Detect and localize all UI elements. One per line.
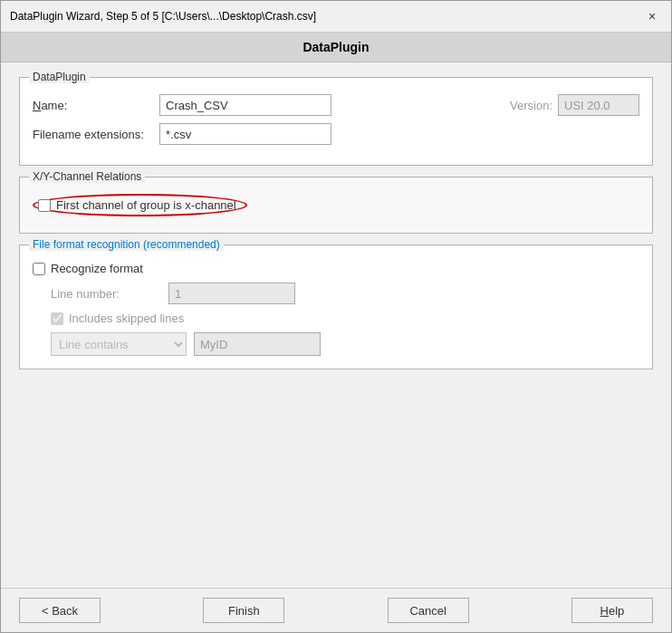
- filename-input[interactable]: [159, 123, 331, 145]
- version-label: Version:: [510, 99, 552, 112]
- header-title: DataPlugin: [302, 40, 369, 54]
- oval-highlight: First channel of group is x-channel: [33, 194, 247, 216]
- recognize-format-checkbox[interactable]: [33, 263, 45, 275]
- line-number-input: [168, 283, 295, 304]
- help-label: Help: [600, 604, 625, 618]
- includes-skipped-row: Includes skipped lines: [51, 312, 639, 325]
- includes-skipped-checkbox: [51, 312, 63, 325]
- first-channel-label: First channel of group is x-channel: [56, 198, 236, 212]
- filename-label: Filename extensions:: [33, 128, 159, 141]
- dataplugin-section-label: DataPlugin: [29, 71, 90, 83]
- filename-row: Filename extensions:: [33, 123, 639, 145]
- content-area: DataPlugin Name: Version: Filename exten…: [1, 62, 671, 588]
- file-format-section: File format recognition (recommended) Re…: [19, 245, 653, 369]
- sub-fields: Line number:: [51, 283, 639, 304]
- help-button[interactable]: Help: [571, 598, 653, 623]
- name-label: Name:: [33, 99, 159, 112]
- recognize-format-label: Recognize format: [51, 262, 143, 275]
- footer: < Back Finish Cancel Help: [1, 588, 671, 632]
- xy-section-label: X/Y-Channel Relations: [29, 170, 145, 183]
- name-input[interactable]: [159, 94, 331, 116]
- line-number-row: Line number:: [51, 283, 639, 304]
- back-button[interactable]: < Back: [19, 598, 101, 623]
- recognize-format-row: Recognize format: [33, 262, 639, 275]
- first-channel-row: First channel of group is x-channel: [33, 194, 639, 216]
- line-contains-input: [194, 332, 321, 356]
- version-group: Version:: [510, 94, 639, 116]
- includes-skipped-label: Includes skipped lines: [69, 312, 184, 325]
- close-button[interactable]: ×: [642, 6, 662, 26]
- main-window: DataPlugin Wizard, Step 5 of 5 [C:\Users…: [0, 0, 672, 633]
- xy-section: X/Y-Channel Relations First channel of g…: [19, 177, 653, 234]
- line-contains-row: Line contains: [51, 332, 639, 356]
- dataplugin-section: DataPlugin Name: Version: Filename exten…: [19, 77, 653, 166]
- first-channel-checkbox[interactable]: [38, 199, 51, 212]
- header-bar: DataPlugin: [1, 33, 671, 62]
- line-number-label: Line number:: [51, 287, 168, 301]
- version-input: [558, 94, 639, 116]
- cancel-button[interactable]: Cancel: [388, 598, 469, 623]
- name-row: Name: Version:: [33, 94, 639, 116]
- finish-button[interactable]: Finish: [203, 598, 284, 623]
- file-format-section-label: File format recognition (recommended): [29, 238, 224, 251]
- line-contains-dropdown: Line contains: [51, 332, 187, 356]
- title-bar: DataPlugin Wizard, Step 5 of 5 [C:\Users…: [1, 1, 671, 33]
- window-title: DataPlugin Wizard, Step 5 of 5 [C:\Users…: [10, 10, 316, 23]
